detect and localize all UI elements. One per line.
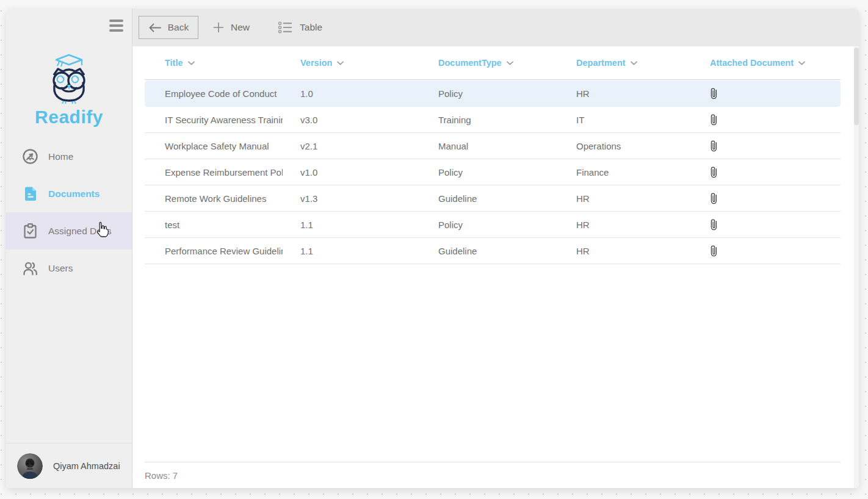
sidebar-item-label: Users <box>48 263 73 274</box>
chevron-down-icon <box>337 61 344 65</box>
app-logo: Readify <box>6 52 132 127</box>
cell-department: HR <box>559 246 692 256</box>
users-icon <box>21 260 38 277</box>
paperclip-icon[interactable] <box>710 87 718 99</box>
toolbar: Back New Table <box>132 9 859 46</box>
cell-department: HR <box>559 220 692 230</box>
cell-attachment <box>692 140 841 152</box>
cell-document-type: Policy <box>421 220 559 230</box>
cell-department: IT <box>559 115 692 125</box>
paperclip-icon[interactable] <box>710 140 718 152</box>
cell-document-type: Training <box>421 115 559 125</box>
table-view-button[interactable]: Table <box>278 21 322 34</box>
cell-version: v1.3 <box>283 193 421 204</box>
table-row[interactable]: Expense Reimbursement Poli... v1.0 Polic… <box>145 159 841 185</box>
table-row[interactable]: Workplace Safety Manual v2.1 Manual Oper… <box>145 133 841 159</box>
chevron-down-icon <box>507 61 513 65</box>
paperclip-icon[interactable] <box>710 218 718 231</box>
column-header-attached-document[interactable]: Attached Document <box>692 58 841 68</box>
cell-attachment <box>692 166 841 178</box>
paperclip-icon[interactable] <box>710 113 718 126</box>
user-profile[interactable]: Qiyam Ahmadzai <box>6 443 132 488</box>
cell-attachment <box>692 113 841 126</box>
table-row[interactable]: test 1.1 Policy HR <box>145 212 841 238</box>
cell-version: v2.1 <box>283 141 421 151</box>
table-header-row: Title Version DocumentType Department <box>145 46 841 80</box>
chevron-down-icon <box>798 61 805 65</box>
desktop-background: Readify Home <box>0 0 868 499</box>
arrow-left-icon <box>148 23 161 33</box>
plus-icon <box>213 22 224 33</box>
sidebar-nav: Home Documents <box>6 138 132 287</box>
cell-document-type: Manual <box>421 141 559 151</box>
cell-department: HR <box>559 193 692 204</box>
scrollbar[interactable] <box>854 46 859 488</box>
app-window: Readify Home <box>6 9 859 488</box>
chevron-down-icon <box>188 61 195 65</box>
table-footer: Rows: 7 <box>145 462 841 488</box>
back-label: Back <box>168 22 189 33</box>
cell-department: Operations <box>559 141 692 151</box>
row-count: Rows: 7 <box>145 470 178 481</box>
paperclip-icon[interactable] <box>710 166 718 178</box>
sidebar: Readify Home <box>6 9 132 488</box>
user-name: Qiyam Ahmadzai <box>53 461 120 471</box>
back-button[interactable]: Back <box>139 16 198 39</box>
sidebar-item-label: Assigned Docs <box>48 226 111 237</box>
documents-table: Title Version DocumentType Department <box>132 46 859 488</box>
table-row[interactable]: Performance Review Guidelin... 1.1 Guide… <box>145 238 841 264</box>
scrollbar-thumb[interactable] <box>854 48 859 125</box>
cell-attachment <box>692 192 841 204</box>
table-row[interactable]: Remote Work Guidelines v1.3 Guideline HR <box>145 185 841 212</box>
cell-title: Expense Reimbursement Poli... <box>145 167 283 178</box>
cell-title: test <box>145 220 283 230</box>
table-row[interactable]: Employee Code of Conduct 1.0 Policy HR <box>145 81 841 107</box>
cell-version: 1.1 <box>283 246 421 256</box>
table-body: Employee Code of Conduct 1.0 Policy HR I… <box>145 81 841 264</box>
clipboard-check-icon <box>21 223 38 240</box>
cell-attachment <box>692 87 841 99</box>
cell-title: Workplace Safety Manual <box>145 141 283 151</box>
paperclip-icon[interactable] <box>710 192 718 204</box>
gauge-icon <box>21 148 38 165</box>
owl-logo-icon <box>43 52 95 104</box>
app-title: Readify <box>6 107 132 127</box>
cell-department: Finance <box>559 167 692 178</box>
cell-title: Performance Review Guidelin... <box>145 246 283 256</box>
cell-department: HR <box>559 88 692 99</box>
cell-document-type: Policy <box>421 167 559 178</box>
column-header-department[interactable]: Department <box>559 58 692 68</box>
cell-version: v3.0 <box>283 115 421 125</box>
sidebar-item-assigned-docs[interactable]: Assigned Docs <box>6 212 132 250</box>
cell-version: 1.0 <box>283 88 421 99</box>
cell-attachment <box>692 218 841 231</box>
cell-attachment <box>692 245 841 257</box>
cell-document-type: Guideline <box>421 246 559 256</box>
cell-version: 1.1 <box>283 220 421 230</box>
main-content: Back New Table <box>132 9 859 488</box>
sidebar-item-users[interactable]: Users <box>6 250 132 287</box>
new-label: New <box>231 22 250 33</box>
list-icon <box>278 21 293 34</box>
cell-title: Remote Work Guidelines <box>145 193 283 204</box>
paperclip-icon[interactable] <box>710 245 718 257</box>
hamburger-menu-icon[interactable] <box>109 19 124 32</box>
chevron-down-icon <box>631 61 637 65</box>
cell-document-type: Guideline <box>421 193 559 204</box>
cell-title: IT Security Awareness Training <box>145 115 283 125</box>
column-header-title[interactable]: Title <box>145 58 283 68</box>
new-button[interactable]: New <box>213 22 250 33</box>
cell-version: v1.0 <box>283 167 421 178</box>
document-icon <box>21 185 38 203</box>
avatar <box>17 453 43 479</box>
sidebar-item-home[interactable]: Home <box>6 138 132 175</box>
cell-document-type: Policy <box>421 88 559 99</box>
column-header-version[interactable]: Version <box>283 58 421 68</box>
sidebar-item-label: Documents <box>48 188 99 199</box>
table-label: Table <box>300 22 322 33</box>
table-row[interactable]: IT Security Awareness Training v3.0 Trai… <box>145 107 841 133</box>
column-header-document-type[interactable]: DocumentType <box>421 58 559 68</box>
sidebar-item-documents[interactable]: Documents <box>6 175 132 212</box>
sidebar-item-label: Home <box>48 151 73 162</box>
cell-title: Employee Code of Conduct <box>145 88 283 99</box>
